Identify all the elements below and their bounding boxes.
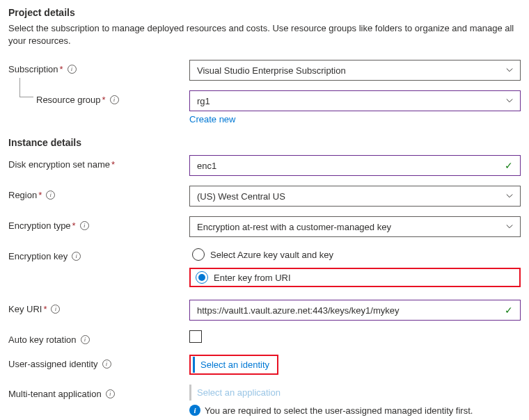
auto-rotation-checkbox[interactable] bbox=[189, 330, 202, 343]
enc-type-select[interactable]: Encryption at-rest with a customer-manag… bbox=[189, 216, 521, 237]
resource-group-select[interactable]: rg1 bbox=[189, 90, 521, 111]
radio-keyvault[interactable]: Select Azure key vault and key bbox=[189, 247, 521, 262]
info-icon[interactable]: i bbox=[102, 360, 111, 369]
multitenant-label: Multi-tenant application bbox=[8, 389, 102, 399]
auto-rotation-label: Auto key rotation bbox=[8, 334, 77, 345]
subscription-select[interactable]: Visual Studio Enterprise Subscription bbox=[189, 60, 521, 81]
info-icon[interactable]: i bbox=[72, 252, 81, 261]
highlight-box: Enter key from URI bbox=[189, 268, 521, 287]
required-asterisk: * bbox=[102, 95, 106, 105]
radio-icon bbox=[192, 248, 205, 261]
enc-type-label: Encryption type bbox=[8, 220, 71, 231]
region-label: Region bbox=[8, 190, 37, 200]
name-label: Disk encryption set name bbox=[8, 159, 110, 170]
subscription-value: Visual Studio Enterprise Subscription bbox=[197, 65, 346, 76]
required-asterisk: * bbox=[60, 64, 63, 74]
indent-line bbox=[19, 78, 33, 97]
identity-label: User-assigned identity bbox=[8, 359, 98, 369]
required-asterisk: * bbox=[38, 190, 42, 200]
key-uri-input[interactable]: https://vault1.vault.azure.net:443/keys/… bbox=[189, 300, 521, 321]
info-icon[interactable]: i bbox=[80, 221, 89, 230]
info-icon[interactable]: i bbox=[106, 389, 115, 398]
radio-icon bbox=[196, 271, 208, 284]
subscription-label: Subscription bbox=[8, 64, 58, 74]
create-new-link[interactable]: Create new bbox=[189, 114, 235, 124]
check-icon: ✓ bbox=[505, 160, 513, 171]
resource-group-label: Resource group bbox=[36, 95, 101, 105]
name-input[interactable]: enc1 ✓ bbox=[189, 155, 521, 176]
project-details-title: Project details bbox=[8, 7, 521, 18]
select-application-link: Select an application bbox=[189, 385, 286, 401]
required-asterisk: * bbox=[72, 220, 76, 231]
instance-details-title: Instance details bbox=[8, 137, 521, 148]
chevron-down-icon bbox=[506, 193, 513, 200]
info-icon[interactable]: i bbox=[68, 65, 77, 74]
info-icon[interactable]: i bbox=[51, 305, 60, 314]
info-icon: i bbox=[189, 405, 200, 416]
info-icon[interactable]: i bbox=[110, 95, 119, 104]
select-identity-link[interactable]: Select an identity bbox=[193, 357, 275, 373]
key-uri-value: https://vault1.vault.azure.net:443/keys/… bbox=[197, 305, 399, 316]
region-value: (US) West Central US bbox=[197, 191, 285, 202]
name-value: enc1 bbox=[197, 161, 216, 171]
project-details-desc: Select the subscription to manage deploy… bbox=[8, 22, 521, 47]
chevron-down-icon bbox=[506, 223, 513, 230]
info-icon[interactable]: i bbox=[46, 191, 55, 200]
enc-type-value: Encryption at-rest with a customer-manag… bbox=[197, 222, 391, 232]
key-uri-label: Key URI bbox=[8, 304, 42, 314]
required-asterisk: * bbox=[111, 159, 115, 170]
radio-uri[interactable]: Enter key from URI bbox=[193, 270, 294, 285]
multitenant-info: You are required to select the user-assi… bbox=[205, 405, 473, 416]
chevron-down-icon bbox=[506, 67, 513, 74]
check-icon: ✓ bbox=[505, 305, 513, 316]
region-select[interactable]: (US) West Central US bbox=[189, 186, 521, 207]
radio-uri-label: Enter key from URI bbox=[214, 273, 291, 283]
enc-key-label: Encryption key bbox=[8, 251, 68, 261]
required-asterisk: * bbox=[43, 304, 47, 314]
highlight-box: Select an identity bbox=[189, 355, 278, 375]
chevron-down-icon bbox=[506, 97, 513, 104]
resource-group-value: rg1 bbox=[197, 96, 210, 106]
info-icon[interactable]: i bbox=[81, 335, 90, 344]
radio-keyvault-label: Select Azure key vault and key bbox=[210, 250, 333, 260]
